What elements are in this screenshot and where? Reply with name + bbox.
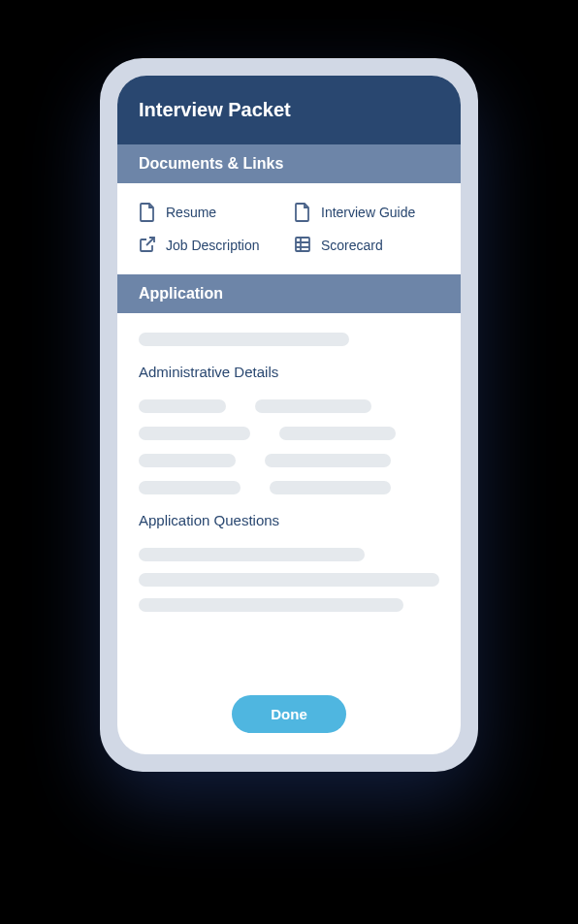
file-icon	[139, 203, 156, 222]
file-icon	[294, 203, 311, 222]
grid-icon	[294, 236, 311, 255]
external-link-icon	[139, 236, 156, 255]
doc-link-resume[interactable]: Resume	[139, 203, 284, 222]
documents-grid: Resume Interview Guide	[117, 183, 461, 274]
doc-label: Resume	[166, 205, 216, 220]
page-title: Interview Packet	[117, 76, 461, 144]
skeleton-placeholder	[139, 598, 403, 612]
skeleton-placeholder	[139, 573, 439, 587]
skeleton-placeholder	[139, 481, 439, 494]
doc-label: Interview Guide	[321, 205, 415, 220]
doc-link-scorecard[interactable]: Scorecard	[294, 236, 439, 255]
svg-rect-0	[296, 238, 309, 251]
phone-frame: Interview Packet Documents & Links Resum…	[100, 58, 478, 772]
phone-screen: Interview Packet Documents & Links Resum…	[117, 76, 461, 754]
skeleton-placeholder	[139, 427, 439, 440]
doc-link-job-description[interactable]: Job Description	[139, 236, 284, 255]
skeleton-placeholder	[139, 399, 439, 413]
skeleton-placeholder	[139, 548, 365, 561]
section-documents-header: Documents & Links	[117, 144, 461, 183]
doc-label: Job Description	[166, 238, 260, 253]
application-content: Administrative Details Application Quest…	[117, 313, 461, 685]
doc-label: Scorecard	[321, 238, 383, 253]
skeleton-placeholder	[139, 333, 349, 346]
skeleton-placeholder	[139, 454, 439, 467]
action-bar: Done	[117, 685, 461, 754]
doc-link-interview-guide[interactable]: Interview Guide	[294, 203, 439, 222]
application-questions-heading: Application Questions	[139, 512, 439, 528]
done-button[interactable]: Done	[232, 695, 346, 733]
admin-details-heading: Administrative Details	[139, 364, 439, 380]
section-application-header: Application	[117, 274, 461, 313]
